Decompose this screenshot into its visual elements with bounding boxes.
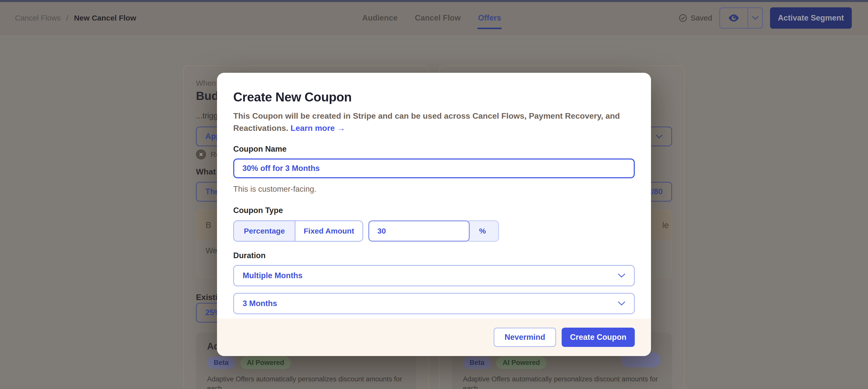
coupon-type-segmented-control: Percentage Fixed Amount [233,220,363,242]
discount-amount-group: % [368,220,499,242]
modal-title: Create New Coupon [233,90,635,105]
duration-months-select[interactable]: 3 Months [233,293,635,314]
coupon-name-label: Coupon Name [233,144,635,154]
adaptive-offer-description-right: Adaptive Offers automatically personaliz… [463,375,672,389]
header-actions: Saved Activate Segment [678,2,852,34]
duration-type-select[interactable]: Multiple Months [233,265,635,286]
saved-check-icon [678,13,687,23]
create-coupon-modal: Create New Coupon This Coupon will be cr… [217,73,651,356]
remove-icon[interactable]: × [196,149,206,160]
top-accent-strip [0,0,868,2]
modal-description-line2: Reactivations. Learn more → [233,122,635,134]
chevron-down-icon [752,16,758,20]
adaptive-offer-badges: Beta AI Powered [207,357,291,369]
duration-months-value: 3 Months [243,299,277,308]
tab-cancel-flow[interactable]: Cancel Flow [414,11,461,25]
chevron-down-icon [656,134,663,139]
percent-unit-suffix: % [466,220,499,242]
tab-audience-label: Audience [362,13,398,22]
coupon-name-input[interactable] [233,159,635,178]
coupon-type-option-fixed-amount[interactable]: Fixed Amount [296,221,363,241]
coupon-type-row: Percentage Fixed Amount % [233,220,635,242]
ai-powered-badge: AI Powered [240,357,291,369]
coupon-name-helper: This is customer-facing. [233,184,635,194]
app-header: Cancel Flows / New Cancel Flow Audience … [0,2,868,34]
breadcrumb-separator: / [66,14,68,22]
modal-footer: Nevermind Create Coupon [217,319,651,356]
save-status: Saved [678,13,712,23]
app-screen: Cancel Flows / New Cancel Flow Audience … [0,0,868,389]
breadcrumb: Cancel Flows / New Cancel Flow [15,2,136,34]
save-status-label: Saved [691,14,712,22]
nevermind-button[interactable]: Nevermind [494,328,556,347]
create-coupon-modal-body: Create New Coupon This Coupon will be cr… [217,73,651,314]
breadcrumb-current: New Cancel Flow [74,14,136,22]
breadcrumb-parent-link[interactable]: Cancel Flows [15,14,61,22]
learn-more-link[interactable]: Learn more → [290,124,345,133]
adaptive-offer-description: Adaptive Offers automatically personaliz… [207,375,416,389]
coupon-type-option-percentage[interactable]: Percentage [234,221,296,241]
create-coupon-button[interactable]: Create Coupon [562,328,635,347]
active-tab-underline [477,28,501,29]
chevron-down-icon [618,273,625,278]
coupon-type-label: Coupon Type [233,206,635,215]
tab-offers-label: Offers [478,13,501,22]
message-preview-title-fragment: le [662,220,669,230]
preview-menu-button[interactable] [747,8,762,28]
header-tabs: Audience Cancel Flow Offers [362,2,502,34]
duration-type-value: Multiple Months [243,271,303,280]
tab-audience[interactable]: Audience [362,11,398,25]
tab-cancel-flow-label: Cancel Flow [415,13,461,22]
trigger-text-partial: ...trigg [196,111,218,121]
beta-badge: Beta [463,357,491,369]
message-preview-title-partial: B [206,220,211,230]
duration-label: Duration [233,251,635,260]
modal-description-line1: This Coupon will be created in Stripe an… [233,110,635,122]
beta-badge: Beta [207,357,235,369]
activate-segment-button[interactable]: Activate Segment [770,7,852,29]
adaptive-offer-description-line1: Adaptive Offers automatically personaliz… [207,375,416,389]
tab-offers[interactable]: Offers [477,11,501,25]
adaptive-offer-description-line1: Adaptive Offers automatically personaliz… [463,375,672,389]
discount-amount-input[interactable] [368,220,470,242]
adaptive-offer-badges-right: Beta AI Powered [463,357,547,369]
chevron-down-icon [618,301,625,306]
preview-split-button [719,7,763,29]
preview-eye-icon [728,14,739,22]
ai-powered-badge: AI Powered [496,357,547,369]
modal-description-line2-text: Reactivations. [233,124,288,133]
preview-button[interactable] [720,8,747,28]
modal-description: This Coupon will be created in Stripe an… [233,110,635,134]
